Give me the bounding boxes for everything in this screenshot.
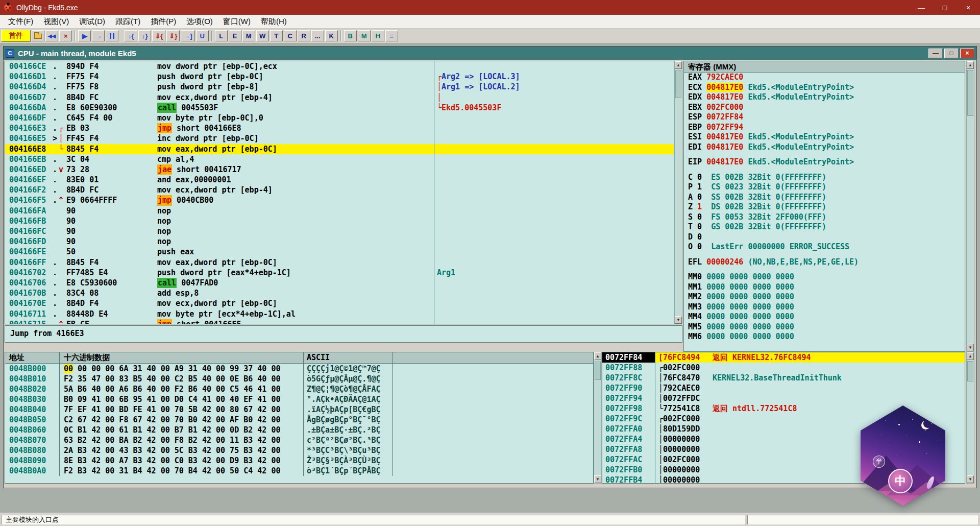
register-line[interactable]: EBP 0072FF94 <box>684 123 965 133</box>
minimize-button[interactable]: — <box>910 0 933 15</box>
restart-button[interactable]: ◀◀ <box>45 30 58 41</box>
dump-header-ascii[interactable]: ASCII <box>304 352 393 363</box>
close-button[interactable]: × <box>957 0 980 15</box>
disasm-row[interactable]: 004166E5>│FF45 F4inc dword ptr [ebp-0C] <box>5 133 674 144</box>
dump-row[interactable]: 0048B00000 00 00 00 6A 31 40 00 A9 31 40… <box>5 364 593 374</box>
stack-row[interactable]: 0072FF94│0072FFDC <box>602 393 965 403</box>
disassembly-scrollbar[interactable]: ▲ ▼ <box>674 61 682 324</box>
disasm-row[interactable]: 00416702.FF7485 E4push dword ptr [eax*4+… <box>5 268 674 278</box>
register-line[interactable]: MM6 0000 0000 0000 0000 <box>684 332 965 342</box>
scroll-up-button[interactable]: ▲ <box>594 352 601 360</box>
disasm-row[interactable]: 0041670B.83C4 08add esp,8 <box>5 288 674 298</box>
scroll-thumb[interactable] <box>967 361 973 381</box>
menu-item-3[interactable]: 跟踪(T) <box>110 15 145 29</box>
dump-row[interactable]: 0048B010F2 35 47 00 83 B5 40 00 C2 B5 40… <box>5 374 593 384</box>
disasm-row[interactable]: 004166FF.8B45 F4mov eax,dword ptr [ebp-0… <box>5 257 674 268</box>
register-line[interactable]: O 0 LastErr 00000000 ERROR_SUCCESS <box>684 242 965 252</box>
disasm-row[interactable]: 004166ED.v73 28jae short 00416717 <box>5 164 674 175</box>
disasm-row[interactable]: 004166FC90nop <box>5 226 674 236</box>
scroll-down-button[interactable]: ▼ <box>675 316 682 324</box>
register-line[interactable]: EAX 792CAEC0 <box>684 73 965 83</box>
dump-row[interactable]: 0048B0A0F2 B3 42 00 31 B4 42 00 70 B4 42… <box>5 466 593 476</box>
stack-row[interactable]: 0072FF90│792CAEC0 <box>602 383 965 393</box>
toolbar-extra-M-button[interactable]: M <box>358 30 371 41</box>
scroll-up-button[interactable]: ▲ <box>675 61 682 69</box>
disasm-row[interactable]: 004166E8└8B45 F4mov eax,dword ptr [ebp-0… <box>5 144 674 154</box>
stack-row[interactable]: 0072FF84[76FC8494返回 KERNEL32.76FC8494 <box>602 352 965 363</box>
register-line[interactable]: ESP 0072FF84 <box>684 112 965 123</box>
disasm-row[interactable]: 004166EF.83E0 01and eax,00000001 <box>5 175 674 185</box>
scroll-thumb[interactable] <box>595 362 601 380</box>
register-line[interactable]: MM1 0000 0000 0000 0000 <box>684 282 965 293</box>
register-line[interactable]: MM4 0000 0000 0000 0000 <box>684 312 965 322</box>
register-line[interactable]: T 0 GS 002B 32Bit 0(FFFFFFFF) <box>684 222 965 232</box>
open-file-button[interactable] <box>32 30 44 41</box>
register-line[interactable]: P 1 CS 0023 32Bit 0(FFFFFFFF) <box>684 182 965 193</box>
menu-item-2[interactable]: 调试(D) <box>74 15 110 29</box>
disasm-row[interactable]: 004166FD90nop <box>5 236 674 247</box>
register-line[interactable]: EIP 004817E0 Ekd5.<ModuleEntryPoint> <box>684 157 965 168</box>
info-pane[interactable]: Jump from 4166E3 <box>5 325 682 343</box>
animate-into-button[interactable]: ⇓{ <box>152 30 165 41</box>
toolbar-extra-H-button[interactable]: H <box>372 30 384 41</box>
register-line[interactable]: D 0 <box>684 232 965 243</box>
toolbar-window-C-button[interactable]: C <box>284 30 297 41</box>
dump-row[interactable]: 0048B07063 B2 42 00 BA B2 42 00 F8 B2 42… <box>5 435 593 445</box>
menu-item-5[interactable]: 选项(O) <box>181 15 218 29</box>
dump-row[interactable]: 0048B0600C B1 42 00 61 B1 42 00 B7 B1 42… <box>5 425 593 435</box>
menu-item-7[interactable]: 帮助(H) <box>256 15 292 29</box>
disasm-row[interactable]: 004166DF.C645 F4 00mov byte ptr [ebp-0C]… <box>5 113 674 123</box>
menu-item-1[interactable]: 视图(V) <box>38 15 74 29</box>
scroll-down-button[interactable]: ▼ <box>594 475 601 483</box>
register-line[interactable]: A 0 SS 002B 32Bit 0(FFFFFFFF) <box>684 193 965 203</box>
execute-till-return-button[interactable]: →] <box>181 30 194 41</box>
scroll-up-button[interactable]: ▲ <box>967 61 974 69</box>
toolbar-window-dots-button[interactable]: ... <box>311 30 324 41</box>
animate-over-button[interactable]: ⇓} <box>166 30 180 41</box>
disasm-row[interactable]: 004166E3.┌EB 03jmp short 004166E8 <box>5 123 674 133</box>
toolbar-window-E-button[interactable]: E <box>229 30 241 41</box>
disassembly-pane[interactable]: 004166CE.894D F4mov dword ptr [ebp-0C],e… <box>5 61 674 324</box>
toolbar-window-R-button[interactable]: R <box>298 30 310 41</box>
stack-row[interactable]: 0072FF8C│76FC8470KERNEL32.BaseThreadInit… <box>602 373 965 383</box>
menu-item-0[interactable]: 文件(F) <box>3 15 38 29</box>
cpu-window-title-bar[interactable]: C CPU - main thread, module Ekd5 — □ × <box>4 46 976 60</box>
scroll-thumb[interactable] <box>675 70 681 98</box>
stack-row[interactable]: 0072FF88┌002FC000 <box>602 363 965 373</box>
toolbar-window-K-button[interactable]: K <box>325 30 338 41</box>
dump-scrollbar[interactable]: ▲ ▼ <box>594 352 602 484</box>
register-line[interactable]: ESI 004817E0 Ekd5.<ModuleEntryPoint> <box>684 132 965 142</box>
run-trace-button[interactable]: → <box>92 30 105 41</box>
disasm-row[interactable]: 004166FA90nop <box>5 206 674 216</box>
register-line[interactable]: MM5 0000 0000 0000 0000 <box>684 322 965 332</box>
disasm-row[interactable]: 0041670E.8B4D F4mov ecx,dword ptr [ebp-0… <box>5 298 674 308</box>
scroll-down-button[interactable]: ▼ <box>967 344 974 351</box>
options-button[interactable]: ≡ <box>385 30 398 41</box>
cpu-close-button[interactable]: × <box>960 49 974 58</box>
cpu-maximize-button[interactable]: □ <box>944 49 959 58</box>
register-line[interactable]: S 0 FS 0053 32Bit 2FF000(FFF) <box>684 212 965 223</box>
register-line[interactable]: EFL 00000246 (NO,NB,E,BE,NS,PE,GE,LE) <box>684 257 965 268</box>
toolbar-window-W-button[interactable]: W <box>256 30 269 41</box>
scroll-up-button[interactable]: ▲ <box>967 352 974 360</box>
dump-row[interactable]: 0048B030B0 09 41 00 6B 95 41 00 D0 C4 41… <box>5 394 593 404</box>
register-line[interactable]: MM0 0000 0000 0000 0000 <box>684 272 965 282</box>
toolbar-window-L-button[interactable]: L <box>215 30 228 41</box>
disasm-row[interactable]: 004166F2.8B4D FCmov ecx,dword ptr [ebp-4… <box>5 185 674 195</box>
disasm-row[interactable]: 004166D7.8B4D FCmov ecx,dword ptr [ebp-4… <box>5 92 674 103</box>
disasm-row[interactable]: 004166FE50push eax <box>5 247 674 257</box>
register-line[interactable]: MM2 0000 0000 0000 0000 <box>684 292 965 302</box>
register-line[interactable]: MM3 0000 0000 0000 0000 <box>684 302 965 313</box>
maximize-button[interactable]: □ <box>933 0 957 15</box>
registers-pane[interactable]: 寄存器 (MMX) EAX 792CAEC0ECX 004817E0 Ekd5.… <box>683 61 965 352</box>
disasm-row[interactable]: 00416706.E8 C5930600call 0047FAD0 <box>5 278 674 288</box>
memory-dump-pane[interactable]: 地址 十六进制数据 ASCII 0048B00000 00 00 00 6A 3… <box>5 352 594 484</box>
close-program-button[interactable]: × <box>59 30 72 41</box>
scroll-thumb[interactable] <box>967 70 973 116</box>
disasm-row[interactable]: 004166F5.^E9 0664FFFFjmp 0040CB00 <box>5 195 674 205</box>
disasm-row[interactable]: 004166FB90nop <box>5 216 674 226</box>
menu-item-6[interactable]: 窗口(W) <box>218 15 256 29</box>
stack-scrollbar[interactable]: ▲ ▼ <box>966 352 974 484</box>
scroll-down-button[interactable]: ▼ <box>967 475 974 483</box>
cpu-minimize-button[interactable]: — <box>928 49 943 58</box>
